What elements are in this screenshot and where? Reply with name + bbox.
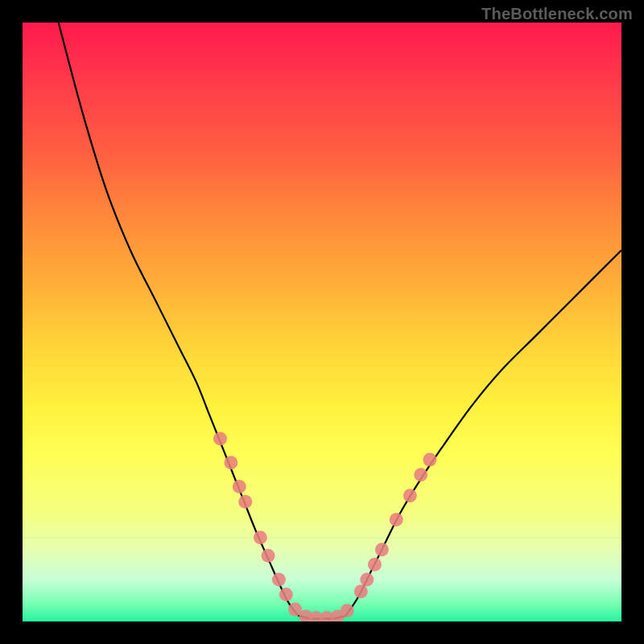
marker-dot xyxy=(238,495,252,509)
marker-dot xyxy=(272,572,286,586)
marker-group xyxy=(213,432,436,621)
marker-dot xyxy=(254,530,267,544)
marker-dot xyxy=(279,588,293,601)
curve-right xyxy=(346,250,621,616)
plot-area xyxy=(23,23,621,621)
marker-dot xyxy=(375,543,389,556)
marker-dot xyxy=(233,480,246,493)
marker-dot xyxy=(262,549,275,563)
marker-dot xyxy=(403,489,417,502)
marker-dot xyxy=(414,468,427,481)
marker-dot xyxy=(368,558,382,572)
curve-left xyxy=(59,23,299,616)
watermark-text: TheBottleneck.com xyxy=(481,5,633,23)
marker-dot xyxy=(341,604,354,617)
chart-frame: TheBottleneck.com xyxy=(0,0,644,644)
marker-dot xyxy=(213,432,227,446)
chart-svg xyxy=(23,23,621,621)
marker-dot xyxy=(354,584,368,598)
marker-dot xyxy=(423,453,436,467)
marker-dot xyxy=(224,456,237,469)
marker-dot xyxy=(360,572,374,586)
marker-dot xyxy=(390,513,403,526)
